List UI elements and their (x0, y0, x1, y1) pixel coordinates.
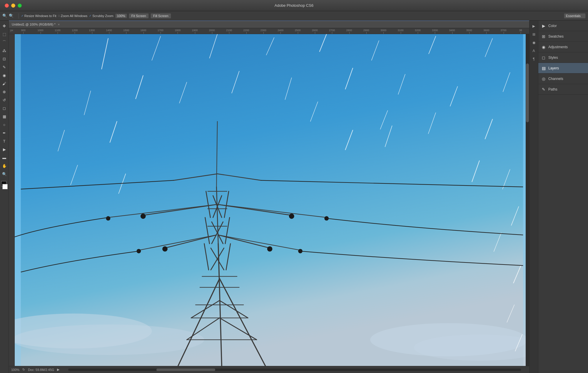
panel-icon-play[interactable]: ▶ (530, 22, 538, 30)
essentials-dropdown[interactable]: Essentials (564, 13, 586, 19)
zoom-in-icon: 🔍 (2, 14, 7, 18)
left-toolbar: ✥ ⬚ ⌒ ⁂ ⊡ ✎ ◉ 🖌 ⊕ ↺ ◻ ▦ ○ ✒ T ▶ ▬ ✋ 🔍 (0, 21, 9, 373)
fill-screen-button[interactable]: Fill Screen (151, 13, 171, 19)
ruler-canvas-area: px // Will be generated dynamically belo… (9, 28, 529, 366)
resize-windows-check[interactable]: ✓ Resize Windows to Fit (21, 14, 56, 18)
brush-tool[interactable]: 🖌 (1, 80, 8, 87)
adjustments-icon: ◉ (541, 45, 546, 49)
canvas-viewport[interactable] (15, 34, 529, 366)
channels-icon: ◎ (541, 76, 546, 81)
vertical-scrollbar[interactable] (526, 34, 529, 366)
zoom-display: 100% (11, 368, 19, 372)
history-brush-tool[interactable]: ↺ (1, 96, 8, 103)
traffic-lights (5, 4, 22, 8)
healing-brush-tool[interactable]: ◉ (1, 72, 8, 79)
horizontal-scrollbar[interactable] (68, 369, 521, 371)
toolbar: 🔍 🔍 − ✓ Resize Windows to Fit □ Zoom All… (0, 11, 588, 21)
paths-icon: ✎ (541, 87, 546, 92)
dodge-tool[interactable]: ○ (1, 121, 8, 128)
swatches-icon: ⊞ (541, 34, 546, 39)
panel-icon-grid[interactable]: ⊞ (530, 31, 538, 38)
app-title: Adobe Photoshop CS6 (275, 3, 313, 8)
svg-point-68 (106, 217, 110, 220)
panel-item-paths[interactable]: ✎ Paths (538, 84, 588, 95)
maximize-button[interactable] (18, 4, 22, 8)
horizontal-ruler: px // Will be generated dynamically belo… (9, 28, 529, 34)
type-tool[interactable]: T (1, 138, 8, 145)
pen-tool[interactable]: ✒ (1, 129, 8, 136)
panel-icon-adjust[interactable]: ◉ (530, 39, 538, 46)
background-color[interactable] (2, 184, 8, 189)
hand-tool[interactable]: ✋ (1, 162, 8, 169)
h-scrollbar-thumb[interactable] (156, 369, 215, 371)
zoom-level-display[interactable]: 100% (115, 14, 127, 18)
main-area: ✥ ⬚ ⌒ ⁂ ⊡ ✎ ◉ 🖌 ⊕ ↺ ◻ ▦ ○ ✒ T ▶ ▬ ✋ 🔍 Un… (0, 21, 588, 373)
zoom-out-btn[interactable]: 🔍 − (9, 14, 16, 18)
svg-point-65 (268, 247, 272, 251)
vertical-ruler (9, 34, 15, 366)
close-doc-icon[interactable]: × (58, 23, 60, 26)
panel-item-swatches[interactable]: ⊞ Swatches (538, 31, 588, 42)
zoom-all-check[interactable]: □ Zoom All Windows (58, 14, 88, 18)
svg-point-63 (163, 247, 167, 251)
fit-screen-button[interactable]: Fit Screen (129, 13, 149, 19)
refresh-icon[interactable]: ↻ (22, 368, 25, 372)
zoom-in-btn[interactable]: 🔍 (2, 14, 7, 18)
shape-tool[interactable]: ▬ (1, 154, 8, 161)
svg-point-67 (141, 214, 145, 218)
status-bar: 100% ↻ Doc: 59.8M/2.45G ▶ (9, 366, 529, 373)
document-tab[interactable]: Untitled1 @ 100% (RGB/8/8) * × (9, 21, 529, 28)
svg-point-2 (15, 325, 204, 355)
scrollbar-thumb[interactable] (526, 63, 529, 122)
arrow-icon[interactable]: ▶ (57, 368, 59, 372)
right-panel: ▶ ⊞ ◉ A ¶ ▶ Color ⊞ Swatches ◉ Adjustmen… (529, 21, 588, 373)
separator-1 (19, 13, 19, 19)
doc-size: Doc: 59.8M/2.45G (28, 368, 54, 372)
canvas-image (15, 34, 529, 366)
eyedropper-tool[interactable]: ✎ (1, 63, 8, 71)
panel-item-color[interactable]: ▶ Color (538, 21, 588, 31)
panel-icon-text[interactable]: A (530, 47, 538, 55)
zoom-tool[interactable]: 🔍 (1, 170, 8, 178)
path-selection-tool[interactable]: ▶ (1, 146, 8, 153)
panel-item-layers[interactable]: ▤ Layers (538, 63, 588, 73)
styles-icon: ◻ (541, 55, 546, 60)
eraser-tool[interactable]: ◻ (1, 105, 8, 112)
canvas-container: Untitled1 @ 100% (RGB/8/8) * × px // Wil… (9, 21, 529, 373)
panel-item-styles[interactable]: ◻ Styles (538, 52, 588, 63)
close-button[interactable] (5, 4, 9, 8)
gradient-tool[interactable]: ▦ (1, 113, 8, 120)
magic-wand-tool[interactable]: ⁂ (1, 47, 8, 54)
panel-item-channels[interactable]: ◎ Channels (538, 73, 588, 84)
panel-item-adjustments[interactable]: ◉ Adjustments (538, 42, 588, 52)
clone-stamp-tool[interactable]: ⊕ (1, 88, 8, 95)
scene-svg (15, 34, 529, 366)
crop-tool[interactable]: ⊡ (1, 55, 8, 62)
scrubby-zoom-check[interactable]: ✓ Scrubby Zoom (89, 14, 113, 18)
lasso-tool[interactable]: ⌒ (1, 39, 8, 46)
layers-icon: ▤ (541, 66, 546, 71)
title-bar: Adobe Photoshop CS6 (0, 0, 588, 11)
panel-list: ▶ Color ⊞ Swatches ◉ Adjustments ◻ Style… (538, 21, 588, 373)
move-tool[interactable]: ✥ (1, 22, 8, 29)
svg-point-69 (289, 214, 294, 218)
marquee-tool[interactable]: ⬚ (1, 31, 8, 38)
minimize-button[interactable] (11, 4, 15, 8)
panel-icon-para[interactable]: ¶ (530, 55, 538, 63)
color-icon: ▶ (541, 24, 546, 28)
panel-icon-strip: ▶ ⊞ ◉ A ¶ (529, 21, 538, 373)
ruler-row (9, 34, 529, 366)
